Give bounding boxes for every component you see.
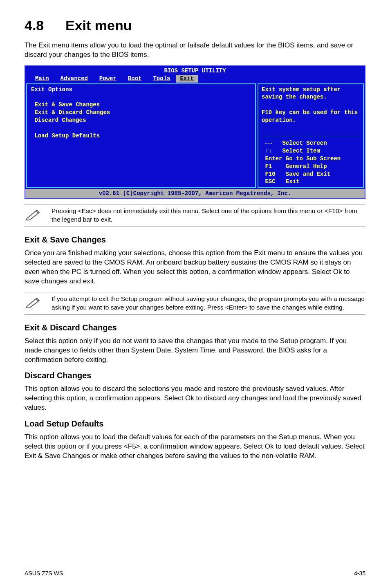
exit-options-heading: Exit Options <box>31 86 72 93</box>
help-separator <box>262 136 360 136</box>
bios-screenshot: BIOS SETUP UTILITY Main Advanced Power B… <box>25 65 365 199</box>
tab-boot: Boot <box>122 75 148 83</box>
hint-select-screen: ←→ Select Screen <box>262 140 327 146</box>
bios-left-pane: Exit Options Exit & Save Changes Exit & … <box>26 83 256 189</box>
hint-esc: ESC Exit <box>262 178 299 185</box>
footer-right: 4-35 <box>354 570 365 577</box>
tab-tools: Tools <box>147 75 176 83</box>
tab-exit: Exit <box>176 75 198 83</box>
note-1: Pressing <Esc> does not immediately exit… <box>25 204 365 227</box>
help-text-1: Exit system setup after saving the chang… <box>262 86 344 101</box>
bios-title: BIOS SETUP UTILITY <box>25 66 365 75</box>
menu-item-load-defaults: Load Setup Defaults <box>34 132 100 139</box>
hint-select-item: ↑↓ Select Item <box>262 148 320 154</box>
p-load-defaults: This option allows you to load the defau… <box>25 433 365 461</box>
bios-tab-bar: Main Advanced Power Boot Tools Exit <box>25 75 365 83</box>
tab-advanced: Advanced <box>55 75 94 83</box>
bios-footer: v02.61 (C)Copyright 1985-2007, American … <box>25 189 365 198</box>
h2-discard: Discard Changes <box>25 370 365 381</box>
hint-f1: F1 General Help <box>262 163 327 170</box>
p-exit-discard: Select this option only if you do not wa… <box>25 337 365 365</box>
menu-item-discard: Discard Changes <box>34 117 86 123</box>
page-heading: 4.8Exit menu <box>25 16 365 35</box>
h2-load-defaults: Load Setup Defaults <box>25 418 365 429</box>
help-text-2: F10 key can be used for this operation. <box>262 109 361 123</box>
section-number: 4.8 <box>25 16 65 35</box>
h2-exit-discard: Exit & Discard Changes <box>25 322 365 333</box>
tab-power: Power <box>94 75 122 83</box>
footer-left: ASUS Z7S WS <box>25 570 63 577</box>
menu-item-discard-exit: Exit & Discard Changes <box>34 109 110 116</box>
note-2-text: If you attempt to exit the Setup program… <box>52 295 365 312</box>
h2-exit-save: Exit & Save Changes <box>25 234 365 245</box>
p-exit-save: Once you are finished making your select… <box>25 249 365 286</box>
hint-enter: Enter Go to Sub Screen <box>262 155 341 162</box>
heading-title: Exit menu <box>65 18 132 33</box>
page-footer: ASUS Z7S WS 4-35 <box>25 567 365 577</box>
note-1-text: Pressing <Esc> does not immediately exit… <box>52 207 365 224</box>
pencil-icon <box>25 295 44 309</box>
note-2: If you attempt to exit the Setup program… <box>25 292 365 315</box>
p-discard: This option allows you to discard the se… <box>25 384 365 413</box>
intro-paragraph: The Exit menu items allow you to load th… <box>25 41 365 60</box>
hint-f10: F10 Save and Exit <box>262 171 330 177</box>
menu-item-save-changes: Exit & Save Changes <box>34 101 100 108</box>
tab-main: Main <box>29 75 55 83</box>
bios-body: Exit Options Exit & Save Changes Exit & … <box>25 83 365 189</box>
bios-right-pane: Exit system setup after saving the chang… <box>258 83 364 189</box>
pencil-icon <box>25 207 44 221</box>
